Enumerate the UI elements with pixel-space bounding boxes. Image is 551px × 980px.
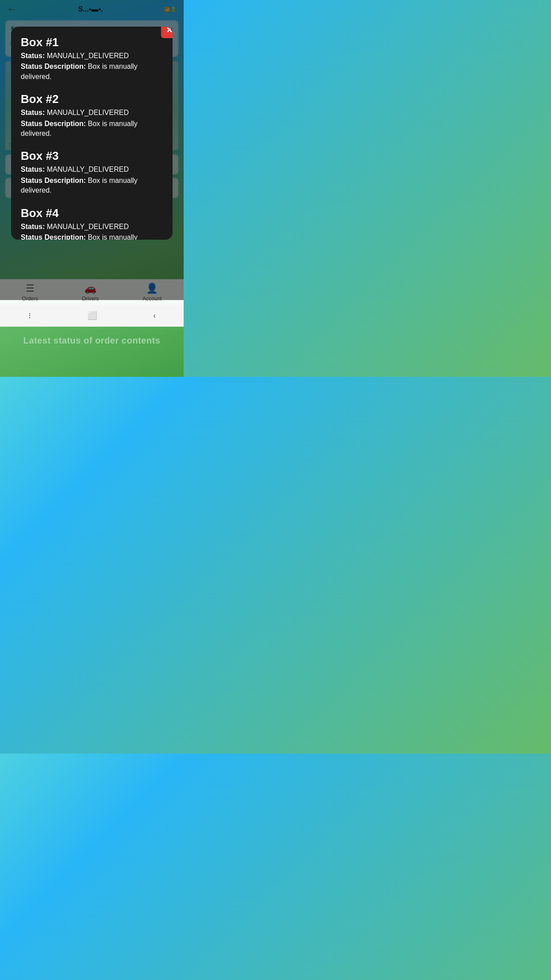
status-value-3: MANUALLY_DELIVERED (47, 166, 129, 173)
box-entry-1: Box #1 Status: MANUALLY_DELIVERED Status… (21, 36, 163, 82)
android-navigation-bar: ⫶ ⬜ ‹ (0, 304, 184, 327)
box-desc-1: Status Description: Box is manually deli… (21, 62, 163, 82)
status-label-2: Status: (21, 109, 45, 116)
box-status-1: Status: MANUALLY_DELIVERED (21, 51, 163, 61)
desc-label-1: Status Description: (21, 63, 86, 70)
status-label-4: Status: (21, 223, 45, 230)
box-desc-3: Status Description: Box is manually deli… (21, 176, 163, 196)
status-value-2: MANUALLY_DELIVERED (47, 109, 129, 116)
box-entry-2: Box #2 Status: MANUALLY_DELIVERED Status… (21, 92, 163, 138)
desc-label-2: Status Description: (21, 120, 86, 127)
box-status-3: Status: MANUALLY_DELIVERED (21, 165, 163, 174)
android-home-button[interactable]: ⬜ (87, 311, 97, 320)
app-container: ← S...▪▬▪. 📶🔋 📞 S... ▬▪ Order #2047 Deli… (0, 0, 184, 327)
box-desc-4: Status Description: Box is manually deli… (21, 233, 163, 240)
box-entries-container: Box #1 Status: MANUALLY_DELIVERED Status… (21, 36, 163, 240)
box-title-4: Box #4 (21, 206, 163, 220)
desc-label-4: Status Description: (21, 233, 86, 240)
status-label-3: Status: (21, 166, 45, 173)
box-entry-3: Box #3 Status: MANUALLY_DELIVERED Status… (21, 149, 163, 195)
box-status-modal: ✕ Box #1 Status: MANUALLY_DELIVERED Stat… (11, 27, 173, 240)
status-label-1: Status: (21, 52, 45, 59)
android-menu-button[interactable]: ⫶ (28, 311, 32, 320)
box-title-2: Box #2 (21, 92, 163, 106)
box-desc-2: Status Description: Box is manually deli… (21, 119, 163, 139)
app-outer-wrapper: ← S...▪▬▪. 📶🔋 📞 S... ▬▪ Order #2047 Deli… (0, 0, 184, 377)
android-back-button[interactable]: ‹ (153, 311, 156, 320)
desc-label-3: Status Description: (21, 177, 86, 184)
modal-overlay: ✕ Box #1 Status: MANUALLY_DELIVERED Stat… (0, 0, 184, 300)
box-title-3: Box #3 (21, 149, 163, 163)
footer-caption: Latest status of order contents (0, 327, 184, 350)
box-status-2: Status: MANUALLY_DELIVERED (21, 108, 163, 118)
box-entry-4: Box #4 Status: MANUALLY_DELIVERED Status… (21, 206, 163, 240)
box-status-4: Status: MANUALLY_DELIVERED (21, 222, 163, 232)
modal-close-button[interactable]: ✕ (161, 27, 173, 38)
status-value-1: MANUALLY_DELIVERED (47, 52, 129, 59)
status-value-4: MANUALLY_DELIVERED (47, 223, 129, 230)
box-title-1: Box #1 (21, 36, 163, 49)
